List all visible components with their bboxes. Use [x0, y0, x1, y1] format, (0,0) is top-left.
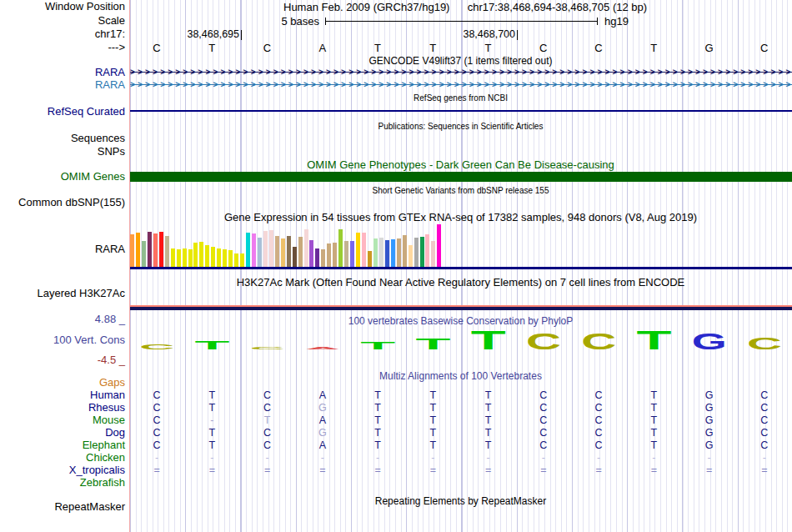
track-title-refseq-genes-from-ncbi: RefSeq genes from NCBI	[129, 93, 792, 103]
multiz-chicken-base-11: -	[682, 452, 737, 464]
gtex-bar-25	[269, 230, 273, 268]
track-label-chr17-2[interactable]: chr17:	[0, 28, 125, 40]
multiz-human-base-5: T	[350, 389, 405, 401]
track-label-zebrafish-24[interactable]: Zebrafish	[0, 477, 125, 489]
track-label-rara-4[interactable]: RARA	[0, 67, 125, 78]
multiz-mouse-base-2: -	[184, 414, 239, 426]
multiz-x-tropicalis-base-1: =	[129, 464, 184, 476]
multiz-elephant-base-9: C	[571, 439, 626, 451]
multiz-rhesus-base-12: C	[737, 402, 792, 414]
gtex-bar-42	[368, 251, 372, 268]
conservation-letter-5-T: T	[360, 340, 397, 351]
multiz-dog-base-3: C	[240, 427, 295, 439]
gencode-gene-rara-2[interactable]: >>>>>>>>>>>>>>>>>>>>>>>>>>>>>>>>>>>>>>>>…	[130, 80, 792, 89]
sequence-base-4: A	[295, 42, 350, 54]
gtex-bar-26	[275, 236, 279, 268]
gtex-bar-21	[246, 233, 250, 268]
track-label-x-tropicalis-23[interactable]: X_tropicalis	[0, 464, 125, 476]
multiz-chicken-base-6: -	[405, 452, 460, 464]
refseq-curated-line[interactable]	[130, 110, 792, 112]
gtex-bar-18	[228, 250, 233, 268]
gtex-bar-49	[409, 245, 413, 268]
gtex-bar-3	[142, 241, 146, 268]
track-title-omim-gene-phenotypes-dark-green-can-be-d: OMIM Gene Phenotypes - Dark Green Can Be…	[129, 159, 792, 170]
gtex-bar-38	[344, 241, 348, 268]
gtex-bar-14	[205, 245, 209, 268]
sequence-base-1: C	[129, 42, 184, 54]
track-label-snps-8[interactable]: SNPs	[0, 146, 125, 158]
multiz-human-base-12: C	[737, 389, 792, 401]
track-label--3[interactable]: --->	[0, 42, 125, 53]
gtex-bar-12	[193, 243, 198, 268]
multiz-dog-base-4: G	[295, 427, 350, 439]
track-label-mouse-19[interactable]: Mouse	[0, 414, 125, 426]
multiz-mouse-base-10: T	[626, 414, 681, 426]
sequence-base-10: T	[626, 42, 681, 54]
gtex-bar-2	[136, 233, 140, 268]
track-title-h3k27ac-mark-often-found-near-active-reg: H3K27Ac Mark (Often Found Near Active Re…	[129, 277, 792, 288]
h3k27ac-layer-line-navy[interactable]	[130, 307, 792, 310]
gtex-bar-22	[252, 233, 256, 268]
sequence-base-2: T	[184, 42, 239, 54]
track-label-common-dbsnp-155-10[interactable]: Common dbSNP(155)	[0, 197, 125, 208]
track-label-sequences-7[interactable]: Sequences	[0, 133, 125, 144]
multiz-rhesus-base-3: C	[240, 402, 295, 414]
track-label-gaps-16[interactable]: Gaps	[0, 377, 125, 389]
gtex-bar-51	[420, 237, 424, 268]
track-label-rara-5[interactable]: RARA	[0, 79, 125, 91]
gtex-bar-36	[333, 243, 337, 268]
track-label-4-5-15[interactable]: -4.5 _	[0, 354, 125, 366]
multiz-mouse-base-5: T	[350, 414, 405, 426]
gtex-bar-20	[240, 253, 244, 268]
multiz-mouse-base-11: G	[682, 414, 737, 426]
scale-ruler	[325, 21, 598, 22]
gtex-expression-bars[interactable]	[130, 223, 792, 268]
conservation-letter-4-A: A	[305, 346, 340, 350]
coord-tick-1	[241, 30, 242, 40]
gencode-gene-rara-1[interactable]: >>>>>>>>>>>>>>>>>>>>>>>>>>>>>>>>>>>>>>>>…	[130, 68, 792, 77]
multiz-elephant-base-5: T	[350, 439, 405, 451]
multiz-chicken-base-3: -	[240, 452, 295, 464]
coord-tick-label-1: 38,468,695	[129, 28, 239, 40]
track-label-100-vert-cons-14[interactable]: 100 Vert. Cons	[0, 334, 125, 346]
gtex-bar-19	[234, 253, 238, 268]
track-label-rhesus-18[interactable]: Rhesus	[0, 402, 125, 414]
track-label-dog-20[interactable]: Dog	[0, 427, 125, 439]
multiz-chicken-base-8: -	[516, 452, 571, 464]
multiz-rhesus-base-1: C	[129, 402, 184, 414]
track-label-window-position-0[interactable]: Window Position	[0, 1, 125, 13]
track-title-short-genetic-variants-from-dbsnp-releas: Short Genetic Variants from dbSNP releas…	[129, 185, 792, 196]
track-label-4-88-13[interactable]: 4.88 _	[0, 314, 125, 325]
gtex-bar-37	[338, 229, 343, 268]
track-label-elephant-21[interactable]: Elephant	[0, 439, 125, 451]
gtex-bar-27	[281, 238, 285, 268]
track-label-chicken-22[interactable]: Chicken	[0, 452, 125, 464]
track-label-omim-genes-9[interactable]: OMIM Genes	[0, 171, 125, 183]
track-label-rara-11[interactable]: RARA	[0, 243, 125, 255]
multiz-alignment-grid[interactable]: CTCATTTCCTGCCTCGTTTCCTGCC-TATTTCCTGCCTCG…	[129, 377, 792, 494]
gtex-bar-31	[304, 229, 308, 268]
multiz-human-base-8: C	[516, 389, 571, 401]
multiz-rhesus-base-9: C	[571, 402, 626, 414]
multiz-x-tropicalis-base-10: =	[626, 464, 681, 476]
phylop-conservation-logo[interactable]: CTCATTTCCTGC	[129, 321, 792, 351]
multiz-rhesus-base-8: C	[516, 402, 571, 414]
track-label-scale-1[interactable]: Scale	[0, 15, 125, 27]
gtex-bar-48	[403, 235, 407, 268]
sequence-row[interactable]: CTCATTTCCTGC	[129, 42, 792, 53]
multiz-x-tropicalis-base-11: =	[682, 464, 737, 476]
conservation-letter-2-T: T	[194, 338, 232, 351]
track-label-refseq-curated-6[interactable]: RefSeq Curated	[0, 106, 125, 118]
coord-tick-label-2: 38,468,700	[350, 28, 515, 40]
multiz-chicken-base-12: -	[737, 452, 792, 464]
gtex-bar-29	[293, 247, 297, 268]
track-label-layered-h3k27ac-12[interactable]: Layered H3K27Ac	[0, 288, 125, 299]
track-label-repeatmasker-25[interactable]: RepeatMasker	[0, 501, 125, 513]
omim-genes-bar[interactable]	[130, 172, 792, 182]
gtex-bar-6	[159, 232, 163, 268]
multiz-chicken-base-7: -	[461, 452, 516, 464]
track-label-human-17[interactable]: Human	[0, 389, 125, 401]
track-title-gencode-v49lift37-1-items-filtered-out: GENCODE V49lift37 (1 items filtered out)	[129, 56, 792, 67]
genome-browser: Human Feb. 2009 (GRCh37/hg19) chr17:38,4…	[0, 0, 792, 532]
multiz-x-tropicalis-base-5: =	[350, 464, 405, 476]
